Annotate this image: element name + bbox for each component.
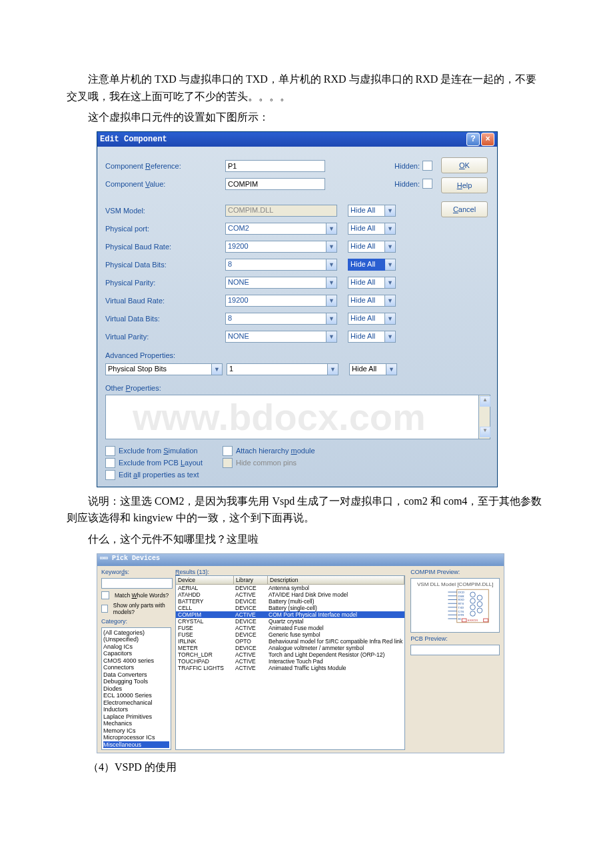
cancel-button[interactable]: Cancel [441, 201, 488, 217]
table-row[interactable]: METERDEVICEAnalogue voltmeter / ammeter … [176, 645, 404, 651]
chevron-down-icon[interactable]: ▼ [212, 363, 223, 375]
table-row[interactable]: TRAFFIC LIGHTSACTIVEAnimated Traffic Lig… [176, 665, 404, 671]
vbaud-vis-select[interactable]: Hide All [348, 295, 385, 307]
vdata-vis-select[interactable]: Hide All [348, 313, 385, 325]
table-row[interactable]: BATTERYDEVICEBattery (multi-cell) [176, 598, 404, 605]
chevron-down-icon[interactable]: ▼ [326, 313, 337, 325]
attach-checkbox[interactable] [223, 446, 233, 456]
table-row[interactable]: CRYSTALDEVICEQuartz crystal [176, 618, 404, 625]
category-item[interactable]: Diodes [103, 685, 169, 693]
chevron-down-icon[interactable]: ▼ [385, 331, 396, 343]
exclude-pcb-checkbox[interactable] [105, 458, 115, 468]
value-input[interactable] [225, 178, 325, 190]
chevron-down-icon[interactable]: ▼ [326, 331, 337, 343]
category-item[interactable]: Connectors [103, 664, 169, 671]
help-icon[interactable]: ? [466, 133, 480, 146]
category-item[interactable]: Mechanics [103, 720, 169, 727]
category-item[interactable]: CMOS 4000 series [103, 657, 169, 665]
table-row[interactable]: CELLDEVICEBattery (single-cell) [176, 605, 404, 611]
category-item[interactable]: Inductors [103, 706, 169, 713]
pbaud-vis-select[interactable]: Hide All [348, 241, 385, 253]
chevron-down-icon[interactable]: ▼ [385, 313, 396, 325]
table-row[interactable]: TOUCHPADACTIVEInteractive Touch Pad [176, 658, 404, 665]
category-item[interactable]: (Unspecified) [103, 636, 169, 643]
category-item[interactable]: Electromechanical [103, 699, 169, 707]
match-checkbox[interactable] [101, 591, 109, 599]
hidden-checkbox-ref[interactable] [422, 161, 432, 171]
chevron-down-icon[interactable]: ▼ [385, 259, 396, 271]
edit-all-checkbox[interactable] [105, 470, 115, 480]
svg-text:CTS: CTS [458, 609, 464, 613]
scroll-down-icon[interactable]: ▼ [480, 427, 490, 437]
scrollbar[interactable]: ▲ ▼ [478, 395, 490, 439]
only-checkbox[interactable] [101, 605, 108, 613]
other-properties-textarea[interactable]: www.bdocx.com ▲ ▼ [105, 395, 490, 439]
chevron-down-icon[interactable]: ▼ [328, 363, 338, 375]
chevron-down-icon[interactable]: ▼ [385, 277, 396, 289]
category-item[interactable]: Data Converters [103, 671, 169, 679]
category-item[interactable]: Capacitors [103, 650, 169, 657]
chevron-down-icon[interactable]: ▼ [386, 363, 397, 375]
category-item[interactable]: (All Categories) [103, 629, 169, 637]
label-reference: Component Reference: [105, 162, 225, 170]
results-label: Results (13): [175, 569, 405, 575]
reference-input[interactable] [225, 160, 325, 172]
table-row[interactable]: COMPIMACTIVECOM Port Physical Interface … [176, 611, 404, 618]
keywords-label: Keywords: [101, 569, 171, 575]
table-row[interactable]: IRLINKOPTOBehavioural model for SIRC com… [176, 638, 404, 645]
pdata-vis-select[interactable]: Hide All [348, 259, 385, 271]
category-item[interactable]: Microprocessor ICs [103, 734, 169, 741]
scroll-up-icon[interactable]: ▲ [480, 396, 490, 407]
results-grid[interactable]: Device Library Description AERIALDEVICEA… [175, 575, 405, 751]
chevron-down-icon[interactable]: ▼ [326, 277, 337, 289]
table-row[interactable]: TORCH_LDRACTIVETorch and Light Dependent… [176, 651, 404, 658]
chevron-down-icon[interactable]: ▼ [385, 223, 396, 235]
category-item[interactable]: Miscellaneous [103, 741, 169, 749]
advprop-select[interactable]: Physical Stop Bits [105, 363, 212, 375]
col-device[interactable]: Device [176, 576, 234, 584]
category-item[interactable]: Laplace Primitives [103, 713, 169, 721]
chevron-down-icon[interactable]: ▼ [326, 295, 337, 307]
col-library[interactable]: Library [234, 576, 268, 584]
vparity-vis-select[interactable]: Hide All [348, 331, 385, 343]
port-vis-select[interactable]: Hide All [348, 223, 385, 235]
chevron-down-icon[interactable]: ▼ [326, 259, 337, 271]
advval-select[interactable]: 1 [227, 363, 328, 375]
table-row[interactable]: AERIALDEVICEAntenna symbol [176, 585, 404, 591]
ok-button[interactable]: OK [441, 157, 488, 173]
vsm-vis-select[interactable]: Hide All [348, 205, 385, 217]
adv-vis-select[interactable]: Hide All [349, 363, 386, 375]
vparity-select[interactable]: NONE [225, 331, 326, 343]
dialog-titlebar[interactable]: Edit Component ? × [97, 132, 497, 147]
category-item[interactable]: Memory ICs [103, 727, 169, 735]
chevron-down-icon[interactable]: ▼ [326, 241, 337, 253]
category-item[interactable]: Debugging Tools [103, 678, 169, 685]
table-row[interactable]: FUSEACTIVEAnimated Fuse model [176, 625, 404, 631]
help-button[interactable]: Help [441, 177, 488, 193]
category-list[interactable]: (All Categories)(Unspecified)Analog ICsC… [101, 627, 171, 751]
pick-devices-title[interactable]: ∞∞ Pick Devices [97, 554, 504, 566]
label-value: Component Value: [105, 180, 225, 188]
chevron-down-icon[interactable]: ▼ [385, 295, 396, 307]
category-item[interactable]: Analog ICs [103, 643, 169, 651]
pparity-select[interactable]: NONE [225, 277, 326, 289]
chevron-down-icon[interactable]: ▼ [385, 241, 396, 253]
port-select[interactable]: COM2 [225, 223, 326, 235]
pparity-vis-select[interactable]: Hide All [348, 277, 385, 289]
pbaud-select[interactable]: 19200 [225, 241, 326, 253]
vdata-select[interactable]: 8 [225, 313, 326, 325]
table-row[interactable]: FUSEDEVICEGeneric fuse symbol [176, 631, 404, 638]
category-item[interactable]: ECL 10000 Series [103, 692, 169, 699]
exclude-sim-checkbox[interactable] [105, 446, 115, 456]
col-description[interactable]: Description [268, 576, 404, 584]
keywords-input[interactable] [101, 578, 173, 589]
chevron-down-icon[interactable]: ▼ [385, 205, 396, 217]
table-row[interactable]: ATAHDDACTIVEATA/IDE Hard Disk Drive mode… [176, 591, 404, 598]
pdata-select[interactable]: 8 [225, 259, 326, 271]
hidepins-checkbox [223, 458, 233, 468]
vbaud-select[interactable]: 19200 [225, 295, 326, 307]
close-icon[interactable]: × [481, 133, 494, 146]
chevron-down-icon[interactable]: ▼ [326, 223, 337, 235]
hidden-checkbox-val[interactable] [422, 179, 432, 189]
svg-point-21 [470, 605, 476, 610]
